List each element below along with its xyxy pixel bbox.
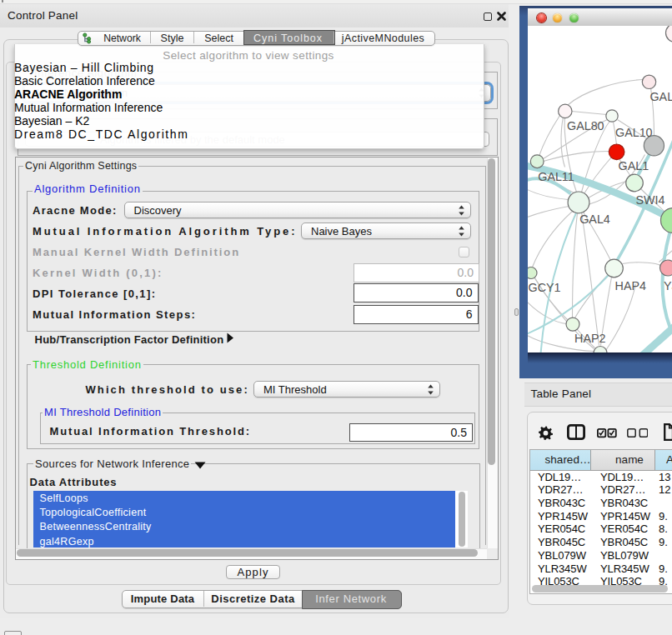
svg-text:GAL7: GAL7	[649, 90, 672, 103]
svg-text:GAL4: GAL4	[579, 212, 610, 226]
svg-text:GAL10: GAL10	[615, 125, 653, 138]
svg-text:GAL1: GAL1	[618, 158, 649, 172]
svg-text:HAP4: HAP4	[614, 278, 645, 292]
svg-text:YJ: YJ	[664, 278, 672, 292]
svg-text:HAP2: HAP2	[574, 332, 605, 345]
svg-text:SWI4: SWI4	[635, 192, 664, 206]
svg-text:GAL80: GAL80	[567, 119, 604, 132]
svg-text:GAL11: GAL11	[538, 169, 574, 182]
svg-text:GCY1: GCY1	[528, 281, 560, 294]
